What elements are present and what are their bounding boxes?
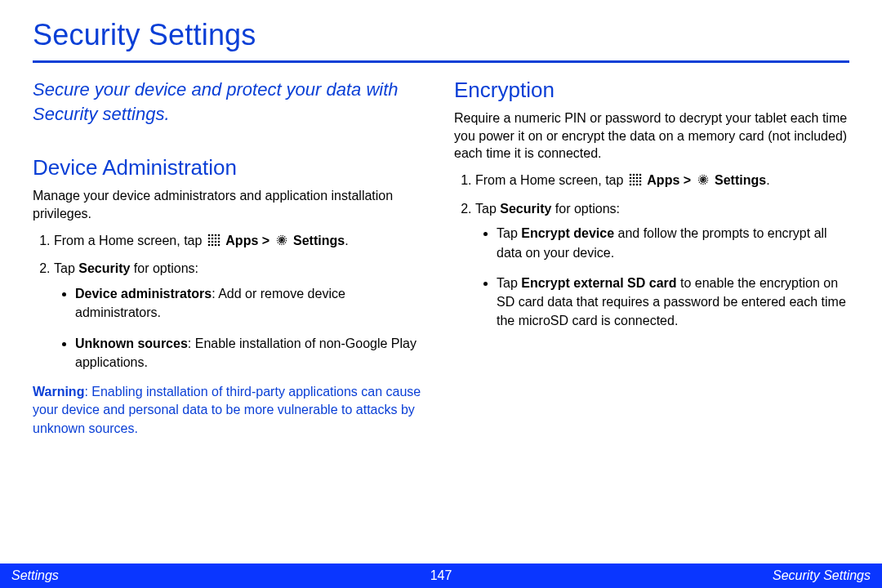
svg-point-12 (208, 243, 211, 246)
device-admin-steps: From a Home screen, tap Apps > (33, 231, 428, 372)
apps-label: Apps (647, 173, 679, 187)
svg-point-21 (636, 173, 639, 176)
svg-point-25 (636, 176, 639, 179)
svg-point-0 (208, 234, 211, 236)
page-footer: Settings 147 Security Settings (0, 564, 882, 588)
settings-label: Settings (293, 234, 345, 247)
footer-page-number: 147 (430, 568, 452, 583)
option-label: Encrypt device (521, 226, 614, 240)
svg-point-8 (208, 240, 211, 243)
svg-point-13 (212, 243, 214, 246)
step-text: for options: (130, 261, 198, 275)
footer-page-name: Security Settings (452, 568, 882, 583)
apps-grid-icon (629, 172, 642, 185)
option-label: Unknown sources (75, 336, 188, 350)
svg-point-2 (215, 234, 217, 236)
svg-point-30 (639, 180, 642, 182)
settings-gear-icon (697, 172, 710, 185)
option-unknown-sources: Unknown sources: Enable installation of … (75, 334, 428, 372)
option-label: Encrypt external SD card (521, 276, 676, 290)
device-admin-step-1: From a Home screen, tap Apps > (54, 231, 428, 252)
svg-point-26 (639, 176, 642, 179)
svg-point-28 (633, 180, 635, 182)
device-admin-intro: Manage your device administrators and ap… (33, 187, 428, 222)
svg-point-18 (280, 238, 283, 241)
option-prefix: Tap (497, 226, 521, 240)
svg-point-20 (633, 173, 635, 176)
warning-note: Warning: Enabling installation of third-… (33, 383, 428, 438)
step-text: From a Home screen, tap (54, 234, 206, 247)
svg-point-1 (212, 234, 214, 236)
apps-grid-icon (207, 233, 220, 246)
warning-label: Warning (33, 385, 84, 399)
svg-point-11 (218, 240, 220, 243)
svg-point-4 (208, 237, 211, 239)
device-admin-step-2: Tap Security for options: Device adminis… (54, 259, 428, 372)
security-label: Security (500, 202, 551, 216)
svg-point-24 (633, 176, 635, 179)
gt-symbol: > (262, 234, 274, 247)
option-encrypt-device: Tap Encrypt device and follow the prompt… (497, 224, 849, 261)
option-prefix: Tap (497, 276, 521, 290)
svg-point-31 (630, 183, 632, 185)
settings-label: Settings (715, 173, 766, 187)
option-encrypt-sd-card: Tap Encrypt external SD card to enable t… (497, 274, 849, 331)
svg-point-29 (636, 180, 639, 182)
encryption-step-1: From a Home screen, tap Apps > (475, 171, 849, 191)
encryption-options: Tap Encrypt device and follow the prompt… (475, 224, 849, 330)
page-root: Security Settings Secure your device and… (0, 0, 882, 588)
svg-point-10 (215, 240, 217, 243)
period: . (766, 173, 769, 187)
warning-text: : Enabling installation of third-party a… (33, 385, 421, 435)
svg-point-34 (639, 183, 642, 185)
gt-symbol: > (684, 173, 695, 187)
step-text: Tap (54, 261, 78, 275)
step-text: for options: (551, 202, 620, 216)
encryption-step-2: Tap Security for options: Tap Encrypt de… (475, 199, 849, 331)
security-label: Security (78, 261, 130, 275)
svg-point-19 (630, 173, 632, 176)
option-device-administrators: Device administrators: Add or remove dev… (75, 284, 428, 322)
svg-point-9 (212, 240, 214, 243)
svg-point-22 (639, 173, 642, 176)
svg-point-33 (636, 183, 639, 185)
content-columns: Secure your device and protect your data… (33, 78, 849, 438)
heading-encryption: Encryption (454, 78, 849, 103)
svg-point-23 (630, 176, 632, 179)
svg-point-6 (215, 237, 217, 239)
step-text: From a Home screen, tap (475, 173, 627, 187)
svg-point-7 (218, 237, 220, 239)
page-title: Security Settings (33, 18, 849, 52)
svg-point-37 (702, 178, 704, 180)
svg-point-3 (218, 234, 220, 236)
footer-section-name: Settings (0, 568, 430, 583)
encryption-steps: From a Home screen, tap Apps > (454, 171, 849, 331)
svg-point-27 (630, 180, 632, 182)
title-rule (33, 60, 849, 63)
apps-label: Apps (225, 234, 258, 247)
svg-point-32 (633, 183, 635, 185)
right-column: Encryption Require a numeric PIN or pass… (454, 78, 849, 438)
device-admin-options: Device administrators: Add or remove dev… (54, 284, 428, 372)
settings-gear-icon (275, 233, 288, 246)
period: . (345, 234, 348, 247)
tagline: Secure your device and protect your data… (33, 78, 428, 126)
svg-point-14 (215, 243, 217, 246)
svg-point-15 (218, 243, 220, 246)
option-label: Device administrators (75, 287, 212, 301)
step-text: Tap (475, 202, 500, 216)
left-column: Secure your device and protect your data… (33, 78, 428, 438)
heading-device-administration: Device Administration (33, 155, 428, 180)
encryption-intro: Require a numeric PIN or password to dec… (454, 109, 849, 163)
svg-point-5 (212, 237, 214, 239)
